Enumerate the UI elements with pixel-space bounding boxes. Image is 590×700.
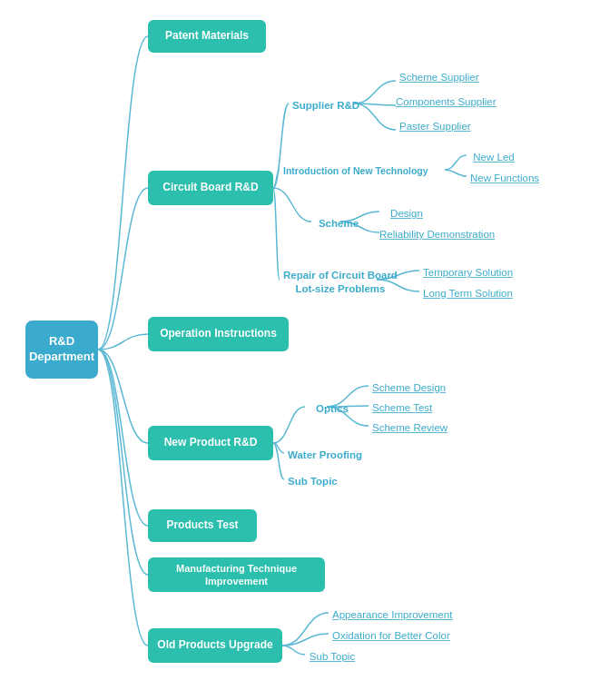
- temp-solution-node: Temporary Solution: [419, 264, 516, 281]
- oldprod-node: Old Products Upgrade: [148, 628, 282, 663]
- root-label: R&D Department: [29, 334, 94, 365]
- new-functions-node: New Functions: [467, 170, 543, 187]
- oxidation-node: Oxidation for Better Color: [329, 627, 454, 645]
- reliability-node: Reliability Demonstration: [376, 226, 498, 243]
- waterproofing-node: Water Proofing: [284, 447, 366, 464]
- operation-label: Operation Instructions: [160, 327, 277, 341]
- prodtest-label: Products Test: [166, 518, 238, 533]
- scheme-design-node: Scheme Design: [369, 380, 449, 397]
- prodtest-node: Products Test: [148, 509, 257, 542]
- root-node: R&D Department: [25, 320, 98, 379]
- supplier-rd-node: Supplier R&D: [289, 97, 363, 114]
- paster-supplier-node: Paster Supplier: [396, 118, 475, 135]
- appearance-node: Appearance Improvement: [329, 606, 456, 624]
- newprod-label: New Product R&D: [164, 436, 258, 450]
- circuit-node: Circuit Board R&D: [148, 171, 273, 205]
- mfg-label: Manufacturing Technique Improvement: [157, 562, 316, 588]
- operation-node: Operation Instructions: [148, 317, 289, 351]
- subtopic2-node: Sub Topic: [305, 648, 359, 665]
- long-term-node: Long Term Solution: [419, 285, 516, 302]
- components-supplier-node: Components Supplier: [392, 94, 500, 111]
- mfg-node: Manufacturing Technique Improvement: [148, 557, 325, 592]
- subtopic1-node: Sub Topic: [284, 473, 341, 490]
- newprod-node: New Product R&D: [148, 426, 273, 460]
- intro-new-node: Introduction of New Technology: [280, 163, 432, 180]
- scheme-supplier-node: Scheme Supplier: [396, 69, 483, 86]
- patent-label: Patent Materials: [165, 29, 249, 44]
- scheme-node: Scheme: [311, 215, 366, 232]
- optics-node: Optics: [305, 400, 359, 418]
- scheme-review-node: Scheme Review: [369, 419, 451, 437]
- patent-node: Patent Materials: [148, 20, 266, 53]
- scheme-test-node: Scheme Test: [369, 399, 436, 417]
- repair-node: Repair of Circuit BoardLot-size Problems: [280, 267, 401, 298]
- circuit-label: Circuit Board R&D: [162, 181, 258, 195]
- new-led-node: New Led: [467, 149, 521, 166]
- oldprod-label: Old Products Upgrade: [157, 638, 272, 653]
- design-node: Design: [379, 205, 434, 222]
